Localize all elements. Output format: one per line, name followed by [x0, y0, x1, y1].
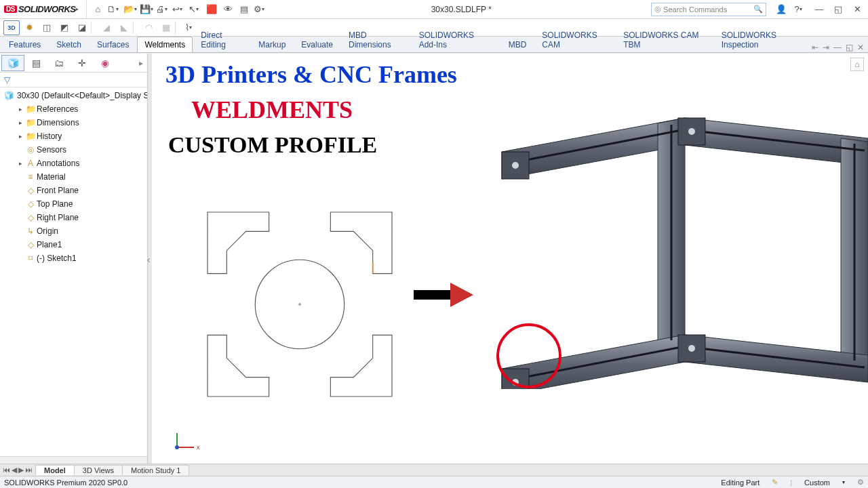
search-commands-input[interactable]: ◎ Search Commands 🔍 — [651, 3, 766, 16]
tree-tab-property[interactable]: ▤ — [24, 55, 47, 71]
close-button[interactable]: ✕ — [850, 2, 865, 17]
bottom-tab-model[interactable]: Model — [35, 465, 75, 475]
tree-root[interactable]: 🧊 30x30 (Default<<Default>_Display Sta — [1, 89, 147, 102]
panel-max-icon[interactable]: ◱ — [846, 43, 853, 52]
panel-min-icon[interactable]: — — [833, 43, 842, 52]
tab-cam-tbm[interactable]: SOLIDWORKS CAM TBM — [616, 27, 713, 52]
tab-addins[interactable]: SOLIDWORKS Add-Ins — [412, 27, 500, 52]
open-icon[interactable]: 📂▾ — [123, 2, 138, 17]
panel-close-icon[interactable]: ✕ — [857, 43, 864, 52]
3d-icon[interactable]: 3D — [3, 20, 20, 35]
trim-icon[interactable]: ◩ — [56, 20, 73, 35]
tree-tab-feature[interactable]: 🧊 — [1, 55, 24, 71]
status-units[interactable]: Custom — [804, 479, 830, 487]
status-units-chevron-icon[interactable]: ▾ — [842, 479, 845, 485]
sketch-profile — [178, 189, 422, 420]
home-icon[interactable]: ⌂ — [90, 2, 105, 17]
tree-item[interactable]: ▸📁References — [1, 102, 147, 116]
save-icon[interactable]: 💾▾ — [139, 2, 154, 17]
bottom-tab-motion[interactable]: Motion Study 1 — [122, 465, 189, 475]
tree-item[interactable]: ◇Front Plane — [1, 184, 147, 197]
expand-icon[interactable]: ▸ — [16, 160, 24, 167]
tree-item-label: Plane1 — [37, 240, 62, 249]
tree-item-label: References — [37, 104, 78, 114]
headline-2: WELDMENTS — [191, 96, 353, 124]
undo-icon[interactable]: ↩▾ — [172, 2, 186, 17]
tree-tab-appearance[interactable]: ◉ — [94, 55, 117, 71]
rebuild-icon[interactable]: 🟥 — [204, 2, 219, 17]
bottom-tab-nav[interactable]: ⏮ ◀ ▶ ⏭ — [0, 466, 35, 474]
expand-icon[interactable]: ▸ — [16, 106, 24, 113]
tree-item[interactable]: ▸AAnnotations — [1, 157, 147, 170]
prev-icon[interactable]: ◀ — [12, 466, 17, 474]
status-gear-icon[interactable]: ⚙ — [857, 478, 864, 487]
tree-item-icon: ◇ — [24, 213, 37, 222]
gusset-icon[interactable]: ◢ — [98, 20, 115, 35]
tab-features[interactable]: Features — [1, 37, 48, 52]
layout-icon[interactable]: ▤ — [237, 2, 252, 17]
orientation-triad[interactable]: x — [171, 426, 198, 453]
endcap-icon[interactable]: ◣ — [116, 20, 132, 35]
status-mode: Editing Part — [721, 479, 760, 487]
tree-tabs-more-icon[interactable]: ▸ — [139, 58, 146, 68]
tree-item[interactable]: ◇Right Plane — [1, 211, 147, 224]
first-icon[interactable]: ⏮ — [3, 466, 10, 474]
tab-markup[interactable]: Markup — [251, 37, 293, 52]
tree-tab-config[interactable]: 🗂 — [47, 55, 71, 71]
tree-item[interactable]: ▸📁History — [1, 129, 147, 143]
structural-member-icon[interactable]: ◫ — [39, 20, 55, 35]
new-doc-icon[interactable]: 🗋▾ — [106, 2, 121, 17]
weld-bead-icon[interactable]: ◠ — [140, 20, 157, 35]
select-icon[interactable]: ↖▾ — [188, 2, 203, 17]
panel-expand-icon[interactable]: ⇥ — [823, 43, 829, 52]
expand-icon[interactable]: ▸ — [16, 119, 24, 126]
tree-filter[interactable]: ▽ — [0, 73, 147, 87]
restore-button[interactable]: ◱ — [831, 2, 846, 17]
next-icon[interactable]: ▶ — [18, 466, 24, 474]
tree-item-label: Front Plane — [37, 186, 79, 195]
bottom-tab-3dviews[interactable]: 3D Views — [74, 465, 123, 475]
headline-1: 3D Printers & CNC Frames — [165, 60, 457, 89]
extend-icon[interactable]: ◪ — [74, 20, 90, 35]
minimize-button[interactable]: — — [812, 2, 827, 17]
view-icon[interactable]: 👁 — [220, 2, 235, 17]
tab-mbd[interactable]: MBD — [501, 37, 534, 52]
last-icon[interactable]: ⏭ — [25, 466, 33, 474]
search-icon[interactable]: 🔍 — [753, 5, 763, 14]
print-icon[interactable]: 🖨▾ — [155, 2, 170, 17]
tab-weldments[interactable]: Weldments — [137, 37, 193, 52]
tree-item[interactable]: ◇Top Plane — [1, 197, 147, 211]
tab-sketch[interactable]: Sketch — [49, 37, 89, 52]
weldment-icon[interactable]: ✹ — [21, 20, 37, 35]
help-icon[interactable]: ?▾ — [793, 2, 808, 17]
tree-item[interactable]: ◇Plane1 — [1, 238, 147, 251]
user-icon[interactable]: 👤 — [774, 2, 789, 17]
tree-tab-dim[interactable]: ✛ — [71, 55, 94, 71]
tree-item-label: Dimensions — [37, 118, 79, 127]
tab-mbd-dimensions[interactable]: MBD Dimensions — [341, 27, 411, 52]
tree-item[interactable]: ▸📁Dimensions — [1, 116, 147, 129]
graphics-area[interactable]: ⌂ 3D Printers & CNC Frames WELDMENTS CUS… — [152, 54, 868, 466]
tab-evaluate[interactable]: Evaluate — [294, 37, 340, 52]
main-area: 🧊 ▤ 🗂 ✛ ◉ ▸ ▽ 🧊 30x30 (Default<<Default>… — [0, 54, 868, 466]
options-icon[interactable]: ⚙▾ — [253, 2, 268, 17]
tree-item[interactable]: ↳Origin — [1, 224, 147, 238]
tree-item[interactable]: ◎Sensors — [1, 143, 147, 157]
tab-surfaces[interactable]: Surfaces — [90, 37, 136, 52]
tree-item-label: Material — [37, 172, 66, 182]
tree-item[interactable]: ≡Material — [1, 170, 147, 184]
status-pencil-icon[interactable]: ✎ — [772, 478, 778, 487]
feature-tree-panel: 🧊 ▤ 🗂 ✛ ◉ ▸ ▽ 🧊 30x30 (Default<<Default>… — [0, 54, 148, 466]
panel-collapse-icon[interactable]: ⇤ — [812, 43, 818, 52]
title-bar: DS SOLIDWORKS ▸ ⌂ 🗋▾ 📂▾ 💾▾ 🖨▾ ↩▾ ↖▾ 🟥 👁 … — [0, 0, 868, 19]
cutlist-icon[interactable]: ▦ — [158, 20, 174, 35]
expand-icon[interactable]: ▸ — [16, 133, 24, 140]
feature-tree: 🧊 30x30 (Default<<Default>_Display Sta ▸… — [0, 87, 147, 456]
arrow-graphic — [414, 283, 477, 307]
logo-chevron-icon[interactable]: ▸ — [75, 6, 82, 12]
tab-cam[interactable]: SOLIDWORKS CAM — [534, 27, 615, 52]
tree-item[interactable]: ⌑(-) Sketch1 — [1, 251, 147, 265]
tab-inspection[interactable]: SOLIDWORKS Inspection — [714, 27, 811, 52]
view-home-icon[interactable]: ⌂ — [850, 58, 864, 71]
tab-direct-editing[interactable]: Direct Editing — [193, 27, 250, 52]
